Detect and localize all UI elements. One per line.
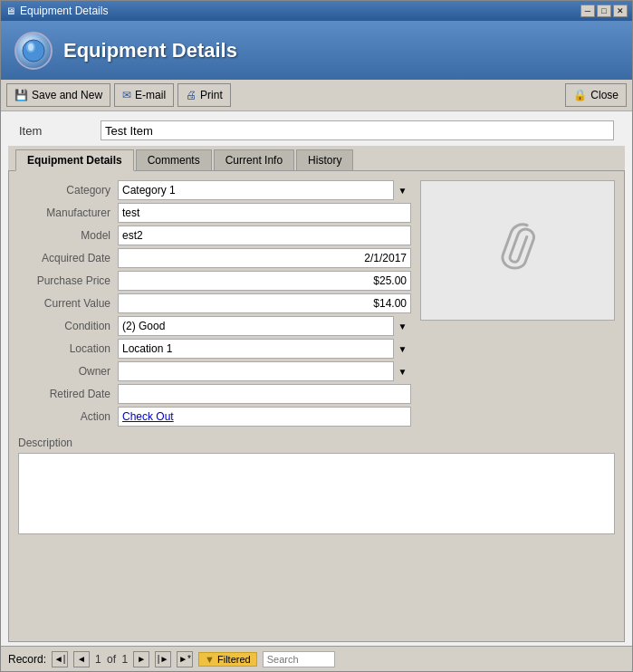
- category-row: Category Category 1 Category 2 Category …: [18, 180, 411, 200]
- manufacturer-input[interactable]: [118, 203, 411, 223]
- owner-row: Owner ▼: [18, 361, 411, 381]
- tabs-container: Equipment Details Comments Current Info …: [8, 146, 625, 170]
- category-select[interactable]: Category 1 Category 2 Category 3: [118, 180, 411, 200]
- tab-history[interactable]: History: [296, 149, 353, 170]
- item-label: Item: [19, 124, 91, 138]
- main-window: 🖥 Equipment Details ─ □ ✕ Equipment Deta…: [0, 0, 633, 672]
- record-label: Record:: [8, 653, 46, 666]
- status-bar: Record: ◄| ◄ 1 of 1 ► |► ►* ▼ Filtered: [1, 646, 632, 671]
- current-value-label: Current Value: [18, 297, 118, 310]
- window-close-button[interactable]: ✕: [613, 5, 628, 17]
- condition-select[interactable]: (1) Excellent (2) Good (3) Fair (4) Poor: [118, 316, 411, 336]
- description-textarea[interactable]: [18, 453, 615, 534]
- svg-point-2: [28, 43, 34, 51]
- tab-comments[interactable]: Comments: [136, 149, 212, 170]
- owner-label: Owner: [18, 365, 118, 378]
- header-area: Equipment Details: [1, 21, 632, 80]
- tabs-row: Equipment Details Comments Current Info …: [15, 146, 618, 170]
- save-icon: 💾: [14, 89, 28, 101]
- print-icon: 🖨: [186, 89, 197, 101]
- model-row: Model: [18, 226, 411, 245]
- nav-prev-button[interactable]: ◄: [73, 651, 90, 667]
- filtered-badge[interactable]: ▼ Filtered: [198, 652, 257, 667]
- description-label: Description: [18, 437, 615, 449]
- title-bar-controls: ─ □ ✕: [580, 5, 628, 17]
- current-value-row: Current Value: [18, 293, 411, 313]
- close-label: Close: [590, 89, 619, 101]
- location-select[interactable]: Location 1 Location 2 Location 3: [118, 339, 411, 359]
- app-icon: [14, 32, 53, 70]
- main-content: Item Equipment Details Comments Current …: [1, 111, 632, 646]
- save-new-label: Save and New: [32, 89, 102, 101]
- manufacturer-label: Manufacturer: [18, 206, 118, 219]
- retired-date-input[interactable]: [118, 384, 411, 404]
- window-body: Item Equipment Details Comments Current …: [1, 111, 632, 646]
- tab-current-info[interactable]: Current Info: [214, 149, 294, 170]
- form-fields: Category Category 1 Category 2 Category …: [18, 180, 411, 429]
- email-icon: ✉: [122, 89, 131, 101]
- retired-date-row: Retired Date: [18, 384, 411, 404]
- filter-icon: ▼: [205, 654, 215, 665]
- save-new-button[interactable]: 💾 Save and New: [6, 83, 110, 107]
- image-box[interactable]: [420, 180, 615, 321]
- location-row: Location Location 1 Location 2 Location …: [18, 339, 411, 359]
- title-bar: 🖥 Equipment Details ─ □ ✕: [1, 1, 632, 21]
- retired-date-label: Retired Date: [18, 388, 118, 400]
- condition-label: Condition: [18, 320, 118, 332]
- paperclip-icon: [490, 215, 545, 286]
- close-icon: 🔒: [573, 89, 587, 101]
- print-label: Print: [200, 89, 223, 101]
- model-input[interactable]: [118, 226, 411, 245]
- model-label: Model: [18, 229, 118, 242]
- nav-next-button[interactable]: ►: [133, 651, 149, 667]
- tab-panel-equipment-details: Category Category 1 Category 2 Category …: [18, 180, 615, 632]
- manufacturer-row: Manufacturer: [18, 203, 411, 223]
- window-title: Equipment Details: [20, 5, 108, 17]
- nav-new-button[interactable]: ►*: [177, 651, 193, 667]
- email-label: E-mail: [135, 89, 166, 101]
- record-current: 1 of 1: [95, 653, 128, 666]
- action-field: Check Out: [118, 407, 411, 427]
- nav-first-button[interactable]: ◄|: [52, 651, 68, 667]
- category-label: Category: [18, 184, 118, 197]
- location-label: Location: [18, 342, 118, 355]
- condition-row: Condition (1) Excellent (2) Good (3) Fai…: [18, 316, 411, 336]
- purchase-price-input[interactable]: [118, 271, 411, 291]
- nav-last-button[interactable]: |►: [155, 651, 171, 667]
- item-input[interactable]: [101, 120, 614, 140]
- location-select-wrapper: Location 1 Location 2 Location 3 ▼: [118, 339, 411, 359]
- app-title: Equipment Details: [63, 39, 237, 62]
- tab-content: Category Category 1 Category 2 Category …: [8, 170, 625, 642]
- acquired-date-label: Acquired Date: [18, 252, 118, 264]
- minimize-button[interactable]: ─: [580, 5, 595, 17]
- form-area: Category Category 1 Category 2 Category …: [18, 180, 615, 429]
- action-row: Action Check Out: [18, 407, 411, 427]
- purchase-price-row: Purchase Price: [18, 271, 411, 291]
- window-icon: 🖥: [5, 5, 15, 16]
- search-input[interactable]: [263, 651, 335, 667]
- print-button[interactable]: 🖨 Print: [177, 83, 231, 107]
- check-out-link[interactable]: Check Out: [122, 410, 174, 423]
- title-bar-left: 🖥 Equipment Details: [5, 5, 108, 17]
- description-area: Description: [18, 437, 615, 537]
- category-select-wrapper: Category 1 Category 2 Category 3 ▼: [118, 180, 411, 200]
- current-value-input[interactable]: [118, 293, 411, 313]
- filtered-label: Filtered: [217, 654, 251, 665]
- condition-select-wrapper: (1) Excellent (2) Good (3) Fair (4) Poor…: [118, 316, 411, 336]
- email-button[interactable]: ✉ E-mail: [114, 83, 174, 107]
- purchase-price-label: Purchase Price: [18, 274, 118, 287]
- acquired-date-input[interactable]: [118, 248, 411, 268]
- owner-select[interactable]: [118, 361, 411, 381]
- restore-button[interactable]: □: [597, 5, 611, 17]
- owner-select-wrapper: ▼: [118, 361, 411, 381]
- tab-equipment-details[interactable]: Equipment Details: [15, 149, 134, 171]
- close-button[interactable]: 🔒 Close: [565, 83, 627, 107]
- acquired-date-row: Acquired Date: [18, 248, 411, 268]
- item-row: Item: [8, 115, 625, 146]
- action-label: Action: [18, 410, 118, 423]
- toolbar: 💾 Save and New ✉ E-mail 🖨 Print 🔒 Close: [1, 80, 632, 111]
